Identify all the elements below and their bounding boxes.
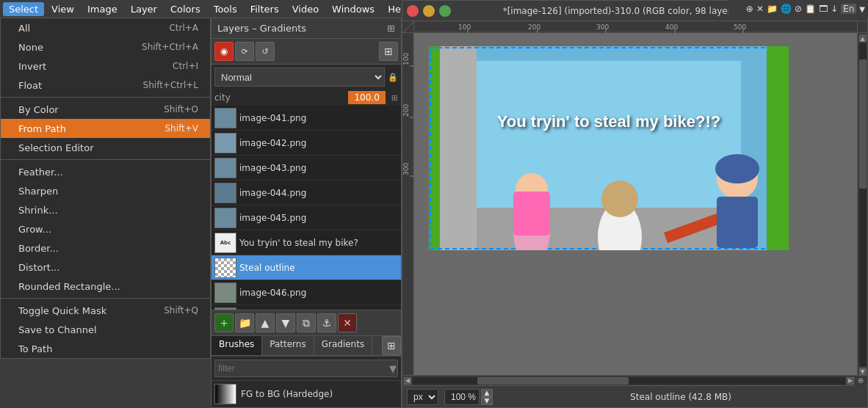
menubar-select[interactable]: Select (3, 2, 44, 16)
layers-panel-settings-btn[interactable]: ⊞ (379, 42, 398, 61)
zoom-up-btn[interactable]: ▲ (481, 389, 493, 397)
menu-item-togglequickmask[interactable]: Toggle Quick Mask Shift+Q (1, 301, 210, 320)
gimp-minimize-btn[interactable] (423, 5, 435, 17)
menu-item-feather-label: Feather... (18, 167, 63, 178)
menu-item-border[interactable]: Border... (1, 238, 210, 258)
zoom-input[interactable] (444, 389, 480, 405)
gimp-close-btn[interactable] (407, 5, 419, 17)
menu-item-selectioneditor-label: Selection Editor (18, 142, 94, 153)
menu-item-grow[interactable]: Grow... (1, 219, 210, 238)
vscroll-up-btn[interactable]: ▲ (859, 34, 867, 42)
menubar-colors[interactable]: Colors (164, 2, 206, 16)
unit-select[interactable]: px (407, 389, 438, 405)
lang-dropdown-icon[interactable]: ▼ (859, 5, 865, 13)
layers-delete-btn[interactable]: ✕ (338, 313, 357, 332)
layers-anchor-btn[interactable]: ⚓ (317, 313, 336, 332)
menu-item-savetochannel[interactable]: Save to Channel (1, 320, 210, 339)
svg-text:You tryin' to steal my bike?!?: You tryin' to steal my bike?!? (497, 112, 720, 131)
menu-item-invert[interactable]: Invert Ctrl+I (1, 57, 210, 76)
opacity-expand-icon[interactable]: ⊞ (391, 93, 398, 103)
layer-item-046[interactable]: image-046.png (211, 280, 401, 305)
gimp-close-system-icon[interactable]: ✕ (756, 4, 764, 14)
ruler-corner-right (857, 21, 867, 32)
menubar-video[interactable]: Video (286, 2, 325, 16)
blend-mode-select[interactable]: Normal (214, 68, 385, 87)
layer-name-044: image-044.png (239, 188, 398, 198)
gimp-maximize-btn[interactable] (439, 5, 451, 17)
menu-item-shrink[interactable]: Shrink... (1, 200, 210, 219)
layers-new-btn[interactable]: + (214, 313, 234, 332)
menubar-tools[interactable]: Tools (208, 2, 243, 16)
menubar-image[interactable]: Image (82, 2, 123, 16)
tab-brushes[interactable]: Brushes (211, 336, 262, 355)
menu-item-grow-label: Grow... (18, 224, 51, 235)
layers-folder-btn[interactable]: 📁 (235, 313, 254, 332)
tab-gradients[interactable]: Gradients (314, 336, 372, 355)
layers-duplicate-btn[interactable]: ⧉ (297, 313, 316, 332)
layer-thumb-046 (214, 283, 236, 303)
gimp-canvas[interactable]: You tryin' to steal my bike?!? (414, 33, 857, 375)
layers-panel-title: Layers – Gradients ⊞ (211, 18, 401, 39)
layer-item-045[interactable]: image-045.png (211, 205, 401, 230)
layer-item-041[interactable]: image-041.png (211, 106, 401, 131)
vscroll-thumb[interactable] (859, 59, 867, 189)
menu-item-all[interactable]: All Ctrl+A (1, 18, 210, 37)
menu-item-selectioneditor[interactable]: Selection Editor (1, 138, 210, 157)
menu-item-rounded[interactable]: Rounded Rectangle... (1, 277, 210, 296)
menubar-layer[interactable]: Layer (125, 2, 163, 16)
vertical-scrollbar[interactable]: ▲ ▼ (857, 33, 867, 375)
menu-item-bycolor[interactable]: By Color Shift+O (1, 100, 210, 119)
gimp-nav-icon[interactable]: ⊕ (746, 4, 753, 14)
layer-item-steal-outline[interactable]: Steal outline (211, 255, 401, 280)
filter-input[interactable] (214, 360, 398, 377)
clipboard-icon[interactable]: 📋 (805, 4, 816, 14)
svg-text:200: 200 (402, 104, 410, 117)
layer-item-text[interactable]: Abc You tryin' to steal my bike? (211, 230, 401, 255)
layer-item-042[interactable]: image-042.png (211, 131, 401, 156)
ruler-area: 100 200 300 400 500 (402, 21, 867, 33)
layers-tab-expand[interactable]: ⊞ (382, 336, 401, 355)
layers-toolbar-color-btn[interactable]: ◉ (214, 42, 234, 61)
layers-toolbar-history-btn[interactable]: ↺ (256, 42, 275, 61)
vscroll-down-btn[interactable]: ▼ (859, 368, 867, 375)
layer-name-042: image-042.png (239, 138, 398, 148)
vertical-ruler: 100 200 300 (402, 33, 414, 375)
hscroll-left-btn[interactable]: ◀ (404, 377, 411, 385)
svg-line-0 (402, 21, 414, 33)
menu-item-none[interactable]: None Shift+Ctrl+A (1, 37, 210, 57)
canvas-area: 100 200 300 (402, 33, 867, 375)
menubar-view[interactable]: View (46, 2, 80, 16)
menu-item-savetochannel-label: Save to Channel (18, 324, 97, 335)
layers-panel-expand-icon[interactable]: ⊞ (387, 23, 395, 34)
menubar-filters[interactable]: Filters (245, 2, 285, 16)
layers-up-btn[interactable]: ▲ (256, 313, 275, 332)
layers-down-btn[interactable]: ▼ (276, 313, 295, 332)
ruler-corner (402, 21, 414, 33)
menu-item-sharpen[interactable]: Sharpen (1, 181, 210, 200)
layers-tabs: Brushes Patterns Gradients ⊞ (211, 335, 401, 356)
menu-item-distort[interactable]: Distort... (1, 258, 210, 277)
menu-item-feather[interactable]: Feather... (1, 162, 210, 181)
hscroll-right-btn[interactable]: ▶ (847, 377, 854, 385)
menu-item-float[interactable]: Float Shift+Ctrl+L (1, 76, 210, 95)
zoom-down-btn[interactable]: ▼ (481, 397, 493, 405)
svg-text:500: 500 (734, 23, 746, 31)
svg-point-32 (601, 181, 638, 217)
layer-name-steal-outline: Steal outline (239, 263, 398, 273)
tab-patterns[interactable]: Patterns (262, 336, 314, 355)
hscroll-thumb[interactable] (477, 377, 629, 385)
layer-name-045: image-045.png (239, 213, 398, 223)
layers-toolbar-paths-btn[interactable]: ⟳ (235, 42, 254, 61)
chrome-icon[interactable]: 🌐 (781, 4, 792, 14)
menu-item-frompath[interactable]: From Path Shift+V (1, 119, 210, 138)
svg-rect-30 (513, 192, 550, 236)
menu-item-topath[interactable]: To Path (1, 339, 210, 358)
menu-item-togglequickmask-shortcut: Shift+Q (164, 305, 198, 316)
forbidden-icon: ⊘ (795, 4, 802, 14)
svg-rect-26 (767, 46, 789, 250)
crosshair-icon: ⊕ (858, 376, 864, 385)
layer-item-044[interactable]: image-044.png (211, 181, 401, 205)
layer-item-043[interactable]: image-043.png (211, 156, 401, 181)
folder-icon[interactable]: 📁 (767, 4, 778, 14)
menubar-windows[interactable]: Windows (326, 2, 380, 16)
